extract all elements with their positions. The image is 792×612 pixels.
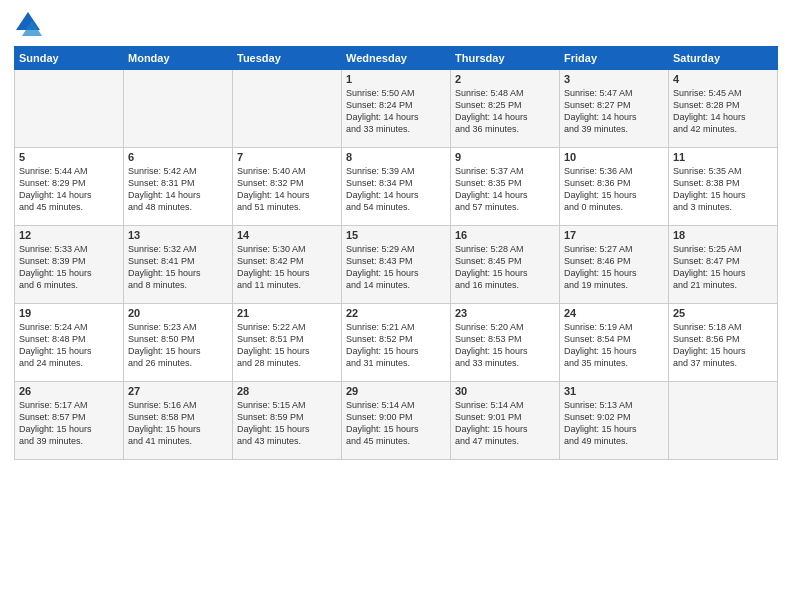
cell-content: Sunrise: 5:27 AM Sunset: 8:46 PM Dayligh…	[564, 243, 664, 292]
day-number: 10	[564, 151, 664, 163]
cell-content: Sunrise: 5:44 AM Sunset: 8:29 PM Dayligh…	[19, 165, 119, 214]
cell-content: Sunrise: 5:19 AM Sunset: 8:54 PM Dayligh…	[564, 321, 664, 370]
calendar-cell-3-2: 21Sunrise: 5:22 AM Sunset: 8:51 PM Dayli…	[233, 304, 342, 382]
calendar-cell-2-5: 17Sunrise: 5:27 AM Sunset: 8:46 PM Dayli…	[560, 226, 669, 304]
calendar-week-2: 12Sunrise: 5:33 AM Sunset: 8:39 PM Dayli…	[15, 226, 778, 304]
cell-content: Sunrise: 5:45 AM Sunset: 8:28 PM Dayligh…	[673, 87, 773, 136]
calendar-cell-4-2: 28Sunrise: 5:15 AM Sunset: 8:59 PM Dayli…	[233, 382, 342, 460]
day-number: 30	[455, 385, 555, 397]
calendar-cell-3-5: 24Sunrise: 5:19 AM Sunset: 8:54 PM Dayli…	[560, 304, 669, 382]
cell-content: Sunrise: 5:24 AM Sunset: 8:48 PM Dayligh…	[19, 321, 119, 370]
day-number: 16	[455, 229, 555, 241]
calendar-cell-0-4: 2Sunrise: 5:48 AM Sunset: 8:25 PM Daylig…	[451, 70, 560, 148]
weekday-header-friday: Friday	[560, 47, 669, 70]
calendar-table: SundayMondayTuesdayWednesdayThursdayFrid…	[14, 46, 778, 460]
day-number: 6	[128, 151, 228, 163]
day-number: 23	[455, 307, 555, 319]
page-header	[14, 10, 778, 38]
weekday-header-monday: Monday	[124, 47, 233, 70]
calendar-cell-2-4: 16Sunrise: 5:28 AM Sunset: 8:45 PM Dayli…	[451, 226, 560, 304]
day-number: 1	[346, 73, 446, 85]
cell-content: Sunrise: 5:36 AM Sunset: 8:36 PM Dayligh…	[564, 165, 664, 214]
calendar-week-3: 19Sunrise: 5:24 AM Sunset: 8:48 PM Dayli…	[15, 304, 778, 382]
calendar-week-0: 1Sunrise: 5:50 AM Sunset: 8:24 PM Daylig…	[15, 70, 778, 148]
calendar-cell-4-0: 26Sunrise: 5:17 AM Sunset: 8:57 PM Dayli…	[15, 382, 124, 460]
day-number: 3	[564, 73, 664, 85]
calendar-cell-3-6: 25Sunrise: 5:18 AM Sunset: 8:56 PM Dayli…	[669, 304, 778, 382]
weekday-header-sunday: Sunday	[15, 47, 124, 70]
day-number: 20	[128, 307, 228, 319]
cell-content: Sunrise: 5:37 AM Sunset: 8:35 PM Dayligh…	[455, 165, 555, 214]
cell-content: Sunrise: 5:32 AM Sunset: 8:41 PM Dayligh…	[128, 243, 228, 292]
cell-content: Sunrise: 5:40 AM Sunset: 8:32 PM Dayligh…	[237, 165, 337, 214]
day-number: 4	[673, 73, 773, 85]
calendar-week-1: 5Sunrise: 5:44 AM Sunset: 8:29 PM Daylig…	[15, 148, 778, 226]
cell-content: Sunrise: 5:20 AM Sunset: 8:53 PM Dayligh…	[455, 321, 555, 370]
weekday-header-row: SundayMondayTuesdayWednesdayThursdayFrid…	[15, 47, 778, 70]
page-container: SundayMondayTuesdayWednesdayThursdayFrid…	[0, 0, 792, 470]
cell-content: Sunrise: 5:21 AM Sunset: 8:52 PM Dayligh…	[346, 321, 446, 370]
cell-content: Sunrise: 5:17 AM Sunset: 8:57 PM Dayligh…	[19, 399, 119, 448]
day-number: 8	[346, 151, 446, 163]
calendar-cell-1-3: 8Sunrise: 5:39 AM Sunset: 8:34 PM Daylig…	[342, 148, 451, 226]
calendar-cell-1-5: 10Sunrise: 5:36 AM Sunset: 8:36 PM Dayli…	[560, 148, 669, 226]
day-number: 2	[455, 73, 555, 85]
calendar-cell-4-6	[669, 382, 778, 460]
calendar-cell-3-0: 19Sunrise: 5:24 AM Sunset: 8:48 PM Dayli…	[15, 304, 124, 382]
day-number: 28	[237, 385, 337, 397]
calendar-cell-0-1	[124, 70, 233, 148]
day-number: 7	[237, 151, 337, 163]
day-number: 5	[19, 151, 119, 163]
cell-content: Sunrise: 5:13 AM Sunset: 9:02 PM Dayligh…	[564, 399, 664, 448]
cell-content: Sunrise: 5:18 AM Sunset: 8:56 PM Dayligh…	[673, 321, 773, 370]
calendar-cell-1-4: 9Sunrise: 5:37 AM Sunset: 8:35 PM Daylig…	[451, 148, 560, 226]
cell-content: Sunrise: 5:14 AM Sunset: 9:01 PM Dayligh…	[455, 399, 555, 448]
weekday-header-tuesday: Tuesday	[233, 47, 342, 70]
calendar-cell-2-3: 15Sunrise: 5:29 AM Sunset: 8:43 PM Dayli…	[342, 226, 451, 304]
cell-content: Sunrise: 5:28 AM Sunset: 8:45 PM Dayligh…	[455, 243, 555, 292]
cell-content: Sunrise: 5:15 AM Sunset: 8:59 PM Dayligh…	[237, 399, 337, 448]
calendar-cell-3-1: 20Sunrise: 5:23 AM Sunset: 8:50 PM Dayli…	[124, 304, 233, 382]
day-number: 19	[19, 307, 119, 319]
logo	[14, 10, 44, 38]
cell-content: Sunrise: 5:33 AM Sunset: 8:39 PM Dayligh…	[19, 243, 119, 292]
day-number: 12	[19, 229, 119, 241]
weekday-header-wednesday: Wednesday	[342, 47, 451, 70]
calendar-cell-1-0: 5Sunrise: 5:44 AM Sunset: 8:29 PM Daylig…	[15, 148, 124, 226]
calendar-cell-1-2: 7Sunrise: 5:40 AM Sunset: 8:32 PM Daylig…	[233, 148, 342, 226]
calendar-cell-4-1: 27Sunrise: 5:16 AM Sunset: 8:58 PM Dayli…	[124, 382, 233, 460]
cell-content: Sunrise: 5:47 AM Sunset: 8:27 PM Dayligh…	[564, 87, 664, 136]
calendar-cell-3-4: 23Sunrise: 5:20 AM Sunset: 8:53 PM Dayli…	[451, 304, 560, 382]
cell-content: Sunrise: 5:30 AM Sunset: 8:42 PM Dayligh…	[237, 243, 337, 292]
calendar-cell-1-1: 6Sunrise: 5:42 AM Sunset: 8:31 PM Daylig…	[124, 148, 233, 226]
cell-content: Sunrise: 5:25 AM Sunset: 8:47 PM Dayligh…	[673, 243, 773, 292]
calendar-cell-0-3: 1Sunrise: 5:50 AM Sunset: 8:24 PM Daylig…	[342, 70, 451, 148]
day-number: 25	[673, 307, 773, 319]
cell-content: Sunrise: 5:29 AM Sunset: 8:43 PM Dayligh…	[346, 243, 446, 292]
calendar-cell-0-2	[233, 70, 342, 148]
calendar-cell-2-6: 18Sunrise: 5:25 AM Sunset: 8:47 PM Dayli…	[669, 226, 778, 304]
calendar-cell-4-3: 29Sunrise: 5:14 AM Sunset: 9:00 PM Dayli…	[342, 382, 451, 460]
calendar-cell-2-2: 14Sunrise: 5:30 AM Sunset: 8:42 PM Dayli…	[233, 226, 342, 304]
day-number: 21	[237, 307, 337, 319]
day-number: 27	[128, 385, 228, 397]
calendar-cell-4-4: 30Sunrise: 5:14 AM Sunset: 9:01 PM Dayli…	[451, 382, 560, 460]
cell-content: Sunrise: 5:50 AM Sunset: 8:24 PM Dayligh…	[346, 87, 446, 136]
cell-content: Sunrise: 5:14 AM Sunset: 9:00 PM Dayligh…	[346, 399, 446, 448]
logo-icon	[14, 10, 42, 38]
day-number: 24	[564, 307, 664, 319]
weekday-header-saturday: Saturday	[669, 47, 778, 70]
calendar-cell-0-0	[15, 70, 124, 148]
day-number: 22	[346, 307, 446, 319]
calendar-cell-4-5: 31Sunrise: 5:13 AM Sunset: 9:02 PM Dayli…	[560, 382, 669, 460]
calendar-cell-3-3: 22Sunrise: 5:21 AM Sunset: 8:52 PM Dayli…	[342, 304, 451, 382]
calendar-cell-1-6: 11Sunrise: 5:35 AM Sunset: 8:38 PM Dayli…	[669, 148, 778, 226]
cell-content: Sunrise: 5:23 AM Sunset: 8:50 PM Dayligh…	[128, 321, 228, 370]
day-number: 14	[237, 229, 337, 241]
cell-content: Sunrise: 5:42 AM Sunset: 8:31 PM Dayligh…	[128, 165, 228, 214]
day-number: 29	[346, 385, 446, 397]
cell-content: Sunrise: 5:48 AM Sunset: 8:25 PM Dayligh…	[455, 87, 555, 136]
cell-content: Sunrise: 5:22 AM Sunset: 8:51 PM Dayligh…	[237, 321, 337, 370]
day-number: 13	[128, 229, 228, 241]
day-number: 15	[346, 229, 446, 241]
